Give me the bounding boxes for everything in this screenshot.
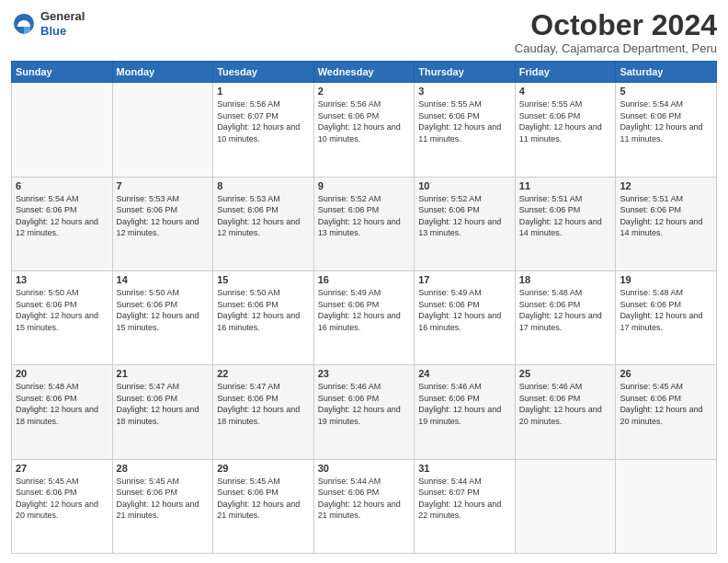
- cell-w1-d7: 5Sunrise: 5:54 AMSunset: 6:06 PMDaylight…: [616, 83, 717, 177]
- cell-w3-d6: 18Sunrise: 5:48 AMSunset: 6:06 PMDayligh…: [515, 270, 616, 364]
- col-sunday: Sunday: [12, 62, 113, 83]
- page: General Blue October 2024 Cauday, Cajama…: [0, 0, 728, 563]
- day-number: 29: [217, 463, 310, 474]
- day-info: Sunrise: 5:51 AMSunset: 6:06 PMDaylight:…: [519, 193, 612, 239]
- day-info: Sunrise: 5:48 AMSunset: 6:06 PMDaylight:…: [519, 287, 612, 333]
- week-row-5: 27Sunrise: 5:45 AMSunset: 6:06 PMDayligh…: [12, 459, 717, 553]
- day-number: 30: [318, 463, 411, 474]
- cell-w1-d1: [12, 83, 113, 177]
- cell-w5-d6: [515, 459, 616, 553]
- cell-w4-d5: 24Sunrise: 5:46 AMSunset: 6:06 PMDayligh…: [415, 365, 516, 459]
- cell-w2-d2: 7Sunrise: 5:53 AMSunset: 6:06 PMDaylight…: [112, 177, 213, 270]
- col-monday: Monday: [112, 62, 213, 83]
- day-info: Sunrise: 5:54 AMSunset: 6:06 PMDaylight:…: [16, 193, 108, 239]
- cell-w2-d3: 8Sunrise: 5:53 AMSunset: 6:06 PMDaylight…: [213, 177, 314, 270]
- day-info: Sunrise: 5:48 AMSunset: 6:06 PMDaylight:…: [16, 381, 108, 427]
- cell-w4-d1: 20Sunrise: 5:48 AMSunset: 6:06 PMDayligh…: [12, 365, 113, 459]
- day-number: 15: [217, 274, 310, 285]
- day-info: Sunrise: 5:47 AMSunset: 6:06 PMDaylight:…: [217, 381, 310, 427]
- day-info: Sunrise: 5:51 AMSunset: 6:06 PMDaylight:…: [620, 193, 712, 239]
- day-number: 10: [418, 180, 511, 191]
- cell-w1-d6: 4Sunrise: 5:55 AMSunset: 6:06 PMDaylight…: [515, 83, 616, 177]
- cell-w4-d2: 21Sunrise: 5:47 AMSunset: 6:06 PMDayligh…: [112, 365, 213, 459]
- logo: General Blue: [11, 9, 85, 38]
- day-info: Sunrise: 5:50 AMSunset: 6:06 PMDaylight:…: [117, 287, 210, 333]
- day-info: Sunrise: 5:50 AMSunset: 6:06 PMDaylight:…: [217, 287, 310, 333]
- cell-w3-d7: 19Sunrise: 5:48 AMSunset: 6:06 PMDayligh…: [616, 270, 717, 364]
- cell-w4-d3: 22Sunrise: 5:47 AMSunset: 6:06 PMDayligh…: [213, 365, 314, 459]
- cell-w1-d2: [112, 83, 213, 177]
- day-number: 24: [418, 368, 511, 379]
- calendar-header-row: Sunday Monday Tuesday Wednesday Thursday…: [12, 62, 717, 83]
- col-saturday: Saturday: [616, 62, 717, 83]
- day-info: Sunrise: 5:52 AMSunset: 6:06 PMDaylight:…: [318, 193, 411, 239]
- day-info: Sunrise: 5:54 AMSunset: 6:06 PMDaylight:…: [620, 98, 712, 144]
- day-info: Sunrise: 5:45 AMSunset: 6:06 PMDaylight:…: [620, 381, 712, 427]
- col-friday: Friday: [515, 62, 616, 83]
- day-number: 5: [620, 86, 712, 97]
- day-info: Sunrise: 5:46 AMSunset: 6:06 PMDaylight:…: [418, 381, 511, 427]
- cell-w4-d4: 23Sunrise: 5:46 AMSunset: 6:06 PMDayligh…: [313, 365, 415, 459]
- day-number: 20: [16, 368, 108, 379]
- cell-w2-d4: 9Sunrise: 5:52 AMSunset: 6:06 PMDaylight…: [313, 177, 415, 270]
- day-number: 22: [217, 368, 310, 379]
- logo-icon: [11, 11, 37, 37]
- day-info: Sunrise: 5:45 AMSunset: 6:06 PMDaylight:…: [217, 476, 310, 522]
- day-number: 4: [519, 86, 612, 97]
- col-thursday: Thursday: [415, 62, 516, 83]
- cell-w3-d3: 15Sunrise: 5:50 AMSunset: 6:06 PMDayligh…: [213, 270, 314, 364]
- week-row-4: 20Sunrise: 5:48 AMSunset: 6:06 PMDayligh…: [12, 365, 717, 459]
- day-number: 21: [117, 368, 210, 379]
- cell-w2-d1: 6Sunrise: 5:54 AMSunset: 6:06 PMDaylight…: [12, 177, 113, 270]
- day-info: Sunrise: 5:46 AMSunset: 6:06 PMDaylight:…: [318, 381, 411, 427]
- cell-w5-d2: 28Sunrise: 5:45 AMSunset: 6:06 PMDayligh…: [112, 459, 213, 553]
- month-title: October 2024: [515, 9, 717, 41]
- day-number: 16: [318, 274, 411, 285]
- day-number: 18: [519, 274, 612, 285]
- cell-w5-d4: 30Sunrise: 5:44 AMSunset: 6:06 PMDayligh…: [313, 459, 415, 553]
- day-info: Sunrise: 5:45 AMSunset: 6:06 PMDaylight:…: [16, 476, 108, 522]
- day-info: Sunrise: 5:55 AMSunset: 6:06 PMDaylight:…: [519, 98, 612, 144]
- day-info: Sunrise: 5:49 AMSunset: 6:06 PMDaylight:…: [418, 287, 511, 333]
- day-info: Sunrise: 5:53 AMSunset: 6:06 PMDaylight:…: [117, 193, 210, 239]
- cell-w4-d7: 26Sunrise: 5:45 AMSunset: 6:06 PMDayligh…: [616, 365, 717, 459]
- day-info: Sunrise: 5:45 AMSunset: 6:06 PMDaylight:…: [117, 476, 210, 522]
- cell-w3-d1: 13Sunrise: 5:50 AMSunset: 6:06 PMDayligh…: [12, 270, 113, 364]
- week-row-3: 13Sunrise: 5:50 AMSunset: 6:06 PMDayligh…: [12, 270, 717, 364]
- day-number: 14: [117, 274, 210, 285]
- day-number: 11: [519, 180, 612, 191]
- day-number: 23: [318, 368, 411, 379]
- day-info: Sunrise: 5:56 AMSunset: 6:06 PMDaylight:…: [318, 98, 411, 144]
- col-tuesday: Tuesday: [213, 62, 314, 83]
- cell-w1-d4: 2Sunrise: 5:56 AMSunset: 6:06 PMDaylight…: [313, 83, 415, 177]
- cell-w2-d6: 11Sunrise: 5:51 AMSunset: 6:06 PMDayligh…: [515, 177, 616, 270]
- day-number: 8: [217, 180, 310, 191]
- day-number: 27: [16, 463, 108, 474]
- week-row-1: 1Sunrise: 5:56 AMSunset: 6:07 PMDaylight…: [12, 83, 717, 177]
- logo-text: General Blue: [40, 9, 85, 38]
- day-info: Sunrise: 5:55 AMSunset: 6:06 PMDaylight:…: [418, 98, 511, 144]
- day-number: 9: [318, 180, 411, 191]
- cell-w3-d4: 16Sunrise: 5:49 AMSunset: 6:06 PMDayligh…: [313, 270, 415, 364]
- day-number: 3: [418, 86, 511, 97]
- day-number: 19: [620, 274, 712, 285]
- day-number: 2: [318, 86, 411, 97]
- cell-w4-d6: 25Sunrise: 5:46 AMSunset: 6:06 PMDayligh…: [515, 365, 616, 459]
- cell-w1-d5: 3Sunrise: 5:55 AMSunset: 6:06 PMDaylight…: [415, 83, 516, 177]
- day-info: Sunrise: 5:48 AMSunset: 6:06 PMDaylight:…: [620, 287, 712, 333]
- cell-w5-d5: 31Sunrise: 5:44 AMSunset: 6:07 PMDayligh…: [415, 459, 516, 553]
- location: Cauday, Cajamarca Department, Peru: [515, 41, 717, 55]
- day-info: Sunrise: 5:46 AMSunset: 6:06 PMDaylight:…: [519, 381, 612, 427]
- day-number: 26: [620, 368, 712, 379]
- col-wednesday: Wednesday: [313, 62, 415, 83]
- cell-w5-d7: [616, 459, 717, 553]
- day-info: Sunrise: 5:44 AMSunset: 6:07 PMDaylight:…: [418, 476, 511, 522]
- header: General Blue October 2024 Cauday, Cajama…: [11, 9, 717, 55]
- day-number: 28: [117, 463, 210, 474]
- day-info: Sunrise: 5:56 AMSunset: 6:07 PMDaylight:…: [217, 98, 310, 144]
- day-info: Sunrise: 5:53 AMSunset: 6:06 PMDaylight:…: [217, 193, 310, 239]
- calendar-table: Sunday Monday Tuesday Wednesday Thursday…: [11, 61, 717, 554]
- day-info: Sunrise: 5:52 AMSunset: 6:06 PMDaylight:…: [418, 193, 511, 239]
- day-number: 1: [217, 86, 310, 97]
- day-info: Sunrise: 5:44 AMSunset: 6:06 PMDaylight:…: [318, 476, 411, 522]
